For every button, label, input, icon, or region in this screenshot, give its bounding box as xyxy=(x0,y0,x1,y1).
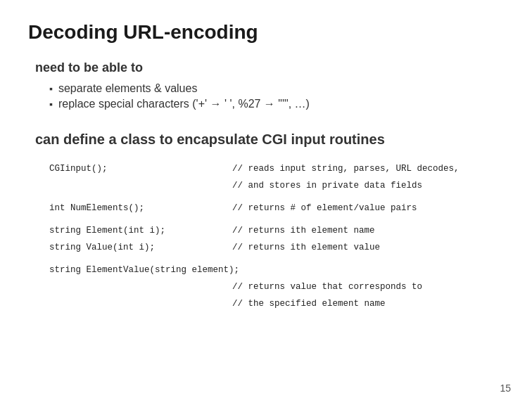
code-comment: // returns # of element/value pairs xyxy=(232,201,417,215)
code-decl: int NumElements(); xyxy=(49,201,232,215)
code-row: CGIinput(); // reads input string, parse… xyxy=(49,162,504,176)
slide-title: Decoding URL-encoding xyxy=(28,21,504,44)
code-row: string ElementValue(string element); xyxy=(49,263,504,277)
code-group-3: string Element(int i); // returns ith el… xyxy=(49,224,504,255)
code-decl xyxy=(49,179,232,193)
code-row: string Value(int i); // returns ith elem… xyxy=(49,240,504,255)
section2-heading: can define a class to encapsulate CGI in… xyxy=(35,131,504,148)
code-comment: // and stores in private data fields xyxy=(232,179,422,193)
page-number: 15 xyxy=(500,382,511,394)
code-group-1: CGIinput(); // reads input string, parse… xyxy=(49,162,504,193)
code-row: // and stores in private data fields xyxy=(49,179,504,193)
code-comment: // returns value that corresponds to xyxy=(232,280,422,294)
slide: Decoding URL-encoding need to be able to… xyxy=(0,0,532,405)
section1-heading: need to be able to xyxy=(35,60,504,75)
code-decl: CGIinput(); xyxy=(49,162,232,176)
code-row: int NumElements(); // returns # of eleme… xyxy=(49,201,504,215)
code-decl xyxy=(49,297,232,311)
list-item-label: separate elements & values xyxy=(58,82,197,95)
list-item-label: replace special characters ('+' → ' ', %… xyxy=(58,98,310,110)
bullet-list: separate elements & values replace speci… xyxy=(49,82,504,110)
code-comment: // reads input string, parses, URL decod… xyxy=(232,162,460,176)
code-decl: string Value(int i); xyxy=(49,240,232,255)
code-decl: string ElementValue(string element); xyxy=(49,263,239,277)
code-block: CGIinput(); // reads input string, parse… xyxy=(49,162,504,311)
code-comment: // the specified element name xyxy=(232,297,386,311)
list-item: separate elements & values xyxy=(49,82,504,95)
section1: need to be able to separate elements & v… xyxy=(28,60,504,110)
code-comment: // returns ith element value xyxy=(232,240,380,255)
code-row: // the specified element name xyxy=(49,297,504,311)
section2: can define a class to encapsulate CGI in… xyxy=(28,131,504,311)
code-decl: string Element(int i); xyxy=(49,224,232,238)
code-row: string Element(int i); // returns ith el… xyxy=(49,224,504,238)
list-item: replace special characters ('+' → ' ', %… xyxy=(49,98,504,110)
code-row: // returns value that corresponds to xyxy=(49,280,504,294)
code-comment: // returns ith element name xyxy=(232,224,375,238)
code-group-4: string ElementValue(string element); // … xyxy=(49,263,504,311)
code-decl xyxy=(49,280,232,294)
code-group-2: int NumElements(); // returns # of eleme… xyxy=(49,201,504,215)
